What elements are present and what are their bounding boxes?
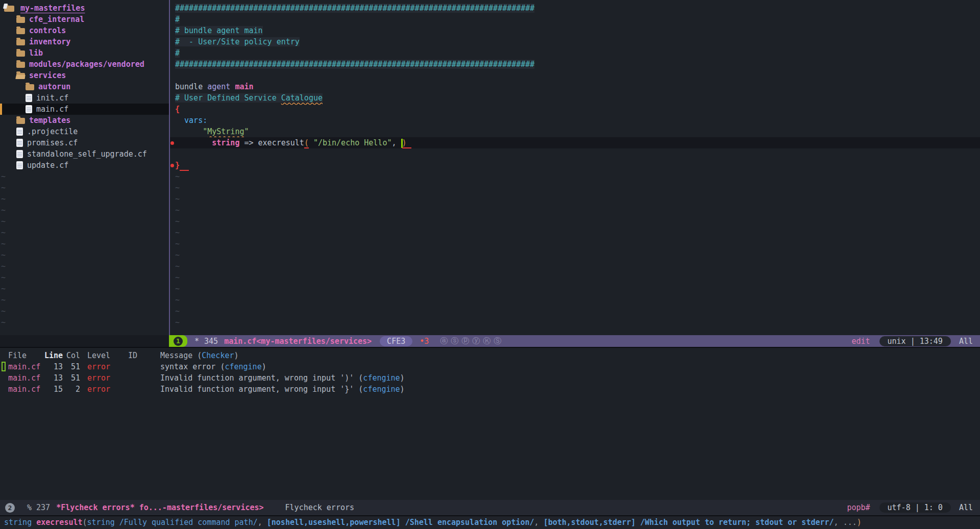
empty-line-tilde: ~ bbox=[170, 249, 980, 261]
tree-item-label: inventory bbox=[29, 36, 70, 47]
code-token: " bbox=[244, 127, 249, 136]
tree-item-update-cf[interactable]: update.cf bbox=[0, 160, 169, 171]
code-line-5[interactable]: # bbox=[170, 47, 980, 59]
empty-line-tilde: ~ bbox=[170, 238, 980, 249]
echo-area: string execresult(string /Fully qualifie… bbox=[0, 516, 980, 529]
code-line-13[interactable]: string => execresult( "/bin/echo Hello",… bbox=[170, 137, 980, 148]
tree-item-label: autorun bbox=[38, 81, 70, 92]
code-token: ) bbox=[402, 138, 407, 148]
code-token: ########################################… bbox=[175, 60, 534, 69]
empty-line-tilde: ~ bbox=[0, 205, 169, 216]
modeline-active: 1 * 345 main.cf<my-masterfiles/services>… bbox=[0, 335, 980, 347]
editor-modeline: 1 * 345 main.cf<my-masterfiles/services>… bbox=[169, 335, 980, 347]
code-line-6[interactable]: ########################################… bbox=[170, 59, 980, 70]
file-icon bbox=[16, 128, 23, 136]
window-number: 1 bbox=[174, 337, 183, 346]
code-line-12[interactable]: "MyString" bbox=[170, 126, 980, 137]
eldoc-segment: string /Fully qualified command path/ bbox=[87, 518, 258, 527]
folder-icon bbox=[16, 17, 25, 23]
tree-item-cfe-internal[interactable]: cfe_internal bbox=[0, 14, 169, 25]
empty-line-tilde: ~ bbox=[170, 216, 980, 227]
code-token: string bbox=[212, 138, 239, 147]
eldoc-segment: ) bbox=[857, 518, 862, 527]
buffer-percent: % 237 bbox=[27, 503, 50, 512]
scroll-indicator-2: All bbox=[959, 503, 973, 512]
empty-line-tilde: ~ bbox=[0, 193, 169, 205]
tree-item-promises-cf[interactable]: promises.cf bbox=[0, 137, 169, 148]
flycheck-error-list: File Line Col Level ID Message (Checker)… bbox=[0, 348, 980, 500]
folder-icon bbox=[16, 39, 25, 45]
tree-item-controls[interactable]: controls bbox=[0, 25, 169, 36]
tree-item-standalone-self-upgrade-cf[interactable]: standalone_self_upgrade.cf bbox=[0, 148, 169, 160]
code-line-10[interactable]: { bbox=[170, 104, 980, 115]
file-icon bbox=[26, 94, 32, 102]
tree-item-main-cf[interactable]: main.cf bbox=[0, 104, 169, 115]
code-token: # - User/Site policy entry bbox=[175, 37, 300, 46]
tree-item-init-cf[interactable]: init.cf bbox=[0, 92, 169, 104]
code-token: vars: bbox=[184, 116, 207, 125]
folder-icon bbox=[16, 62, 25, 68]
tree-item-label: lib bbox=[29, 47, 43, 59]
error-row[interactable]: main.cf1351errorInvalid function argumen… bbox=[0, 372, 980, 384]
tree-item-modules-packages-vendored[interactable]: modules/packages/vendored bbox=[0, 59, 169, 70]
code-token bbox=[309, 138, 313, 147]
eldoc-segment: ... bbox=[843, 518, 857, 527]
code-line-4[interactable]: # - User/Site policy entry bbox=[170, 36, 980, 47]
encoding-time-badge: unix | 13:49 bbox=[879, 336, 951, 346]
header-file[interactable]: File bbox=[8, 350, 44, 361]
empty-line-tilde: ~ bbox=[170, 317, 980, 328]
code-token bbox=[175, 116, 184, 125]
code-line-3[interactable]: # bundle agent main bbox=[170, 25, 980, 36]
code-line-11[interactable]: vars: bbox=[170, 115, 980, 126]
tree-item-label: .projectile bbox=[27, 126, 78, 137]
header-message[interactable]: Message (Checker) bbox=[160, 350, 239, 361]
header-level[interactable]: Level bbox=[87, 350, 128, 361]
eldoc-segment: execresult bbox=[36, 518, 82, 527]
code-line-2[interactable]: # bbox=[170, 14, 980, 25]
error-row[interactable]: main.cf152errorInvalid function argument… bbox=[0, 384, 980, 395]
code-area[interactable]: ########################################… bbox=[170, 0, 980, 335]
tree-item-inventory[interactable]: inventory bbox=[0, 36, 169, 47]
empty-line-tilde: ~ bbox=[0, 227, 169, 238]
error-message: Invalid function argument, wrong input '… bbox=[160, 384, 405, 395]
modified-indicator: * bbox=[194, 337, 199, 346]
major-mode-badge[interactable]: CFE3 bbox=[380, 336, 412, 346]
error-message-close: ) bbox=[400, 373, 405, 383]
empty-line-tilde: ~ bbox=[170, 227, 980, 238]
flycheck-buffer-name[interactable]: *Flycheck errors* fo...-masterfiles/serv… bbox=[56, 503, 263, 512]
code-line-8[interactable]: bundle agent main bbox=[170, 81, 980, 92]
minor-mode-icons[interactable]: ⓐⓢⓟⓨⓀⓈ bbox=[440, 336, 504, 346]
project-root-icon bbox=[4, 6, 14, 12]
code-line-14[interactable] bbox=[170, 148, 980, 160]
tree-item-autorun[interactable]: autorun bbox=[0, 81, 169, 92]
tree-item-projectile[interactable]: .projectile bbox=[0, 126, 169, 137]
error-message-text: syntax error ( bbox=[160, 362, 225, 371]
empty-line-tilde: ~ bbox=[170, 205, 980, 216]
folder-icon bbox=[16, 51, 25, 57]
error-message-text: Invalid function argument, wrong input '… bbox=[160, 373, 363, 383]
flycheck-mode-name[interactable]: Flycheck errors bbox=[285, 503, 354, 512]
code-line-1[interactable]: ########################################… bbox=[170, 3, 980, 14]
code-line-7[interactable] bbox=[170, 70, 980, 81]
tree-item-lib[interactable]: lib bbox=[0, 47, 169, 59]
tree-item-label: standalone_self_upgrade.cf bbox=[27, 148, 147, 160]
empty-line-tilde: ~ bbox=[0, 294, 169, 306]
flycheck-error-count[interactable]: •3 bbox=[420, 337, 429, 346]
error-message-text: Invalid function argument, wrong input '… bbox=[160, 385, 363, 394]
header-id[interactable]: ID bbox=[128, 350, 160, 361]
buffer-name[interactable]: main.cf<my-masterfiles/services> bbox=[224, 337, 372, 346]
header-col[interactable]: Col bbox=[63, 350, 80, 361]
error-fringe-dot bbox=[170, 164, 174, 167]
error-row[interactable]: main.cf1351errorsyntax error (cfengine) bbox=[0, 361, 980, 372]
tree-item-label: init.cf bbox=[36, 92, 68, 104]
error-file: main.cf bbox=[8, 384, 44, 395]
code-line-15[interactable]: } bbox=[170, 160, 980, 171]
selection-bar bbox=[0, 104, 2, 115]
tree-item-my-masterfiles[interactable]: my-masterfiles bbox=[0, 3, 169, 14]
header-line[interactable]: Line bbox=[44, 350, 63, 361]
scroll-indicator: All bbox=[959, 337, 973, 346]
code-line-9[interactable]: # User Defined Service Catalogue bbox=[170, 92, 980, 104]
tree-item-services[interactable]: services bbox=[0, 70, 169, 81]
tree-item-templates[interactable]: templates bbox=[0, 115, 169, 126]
header-message-checker: Checker bbox=[202, 351, 234, 360]
